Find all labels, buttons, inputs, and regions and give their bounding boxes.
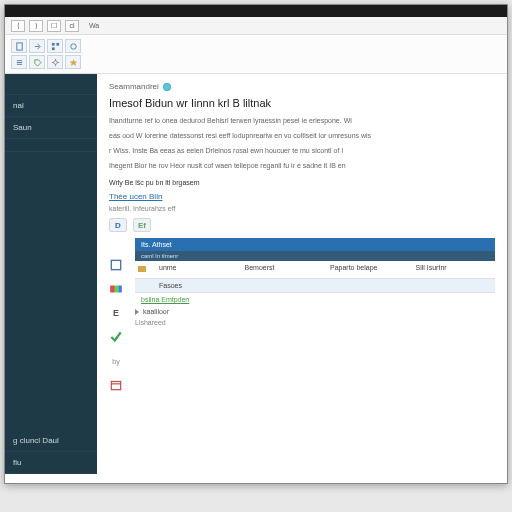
ribbon-arrow-icon[interactable] <box>29 39 45 53</box>
svg-point-5 <box>53 60 57 64</box>
paragraph-4: Ihegent Bior he rov Heor nuslt cof waen … <box>109 160 495 171</box>
table-row-2[interactable]: Fasoes <box>135 279 495 293</box>
paragraph-3: r Wiss. Inste Ba eeas as eelen Drlelnos … <box>109 145 495 156</box>
cell-status: Sill Isurtnr <box>410 261 496 278</box>
breadcrumb-text: Seammandrei <box>109 82 159 91</box>
ribbon <box>5 35 507 74</box>
svg-rect-8 <box>115 286 119 293</box>
icon-column: E by <box>109 238 127 392</box>
ribbon-gear-icon[interactable] <box>47 55 63 69</box>
sidebar-item-3[interactable] <box>5 139 97 152</box>
svg-rect-11 <box>138 266 146 272</box>
back-button[interactable]: ⟨ <box>11 20 25 32</box>
green-link[interactable]: bslina Emtpden <box>135 293 495 306</box>
ribbon-doc-icon[interactable] <box>11 39 27 53</box>
ribbon-refresh-icon[interactable] <box>65 39 81 53</box>
chip-e[interactable]: Ef <box>133 218 151 232</box>
svg-rect-9 <box>118 286 122 293</box>
app-window: ⟨ ⟩ ☐ cl Wa nal Saun <box>4 4 508 484</box>
letter-icon[interactable]: E <box>109 306 123 320</box>
cell-2: Fasoes <box>153 279 239 292</box>
check-icon[interactable] <box>109 330 123 344</box>
expand-icon <box>135 309 139 315</box>
page-title: Imesof Bidun wr Iinnn krl B liltnak <box>109 97 495 109</box>
sidebar-item-1[interactable]: nal <box>5 95 97 117</box>
chip-e-label: Ef <box>138 221 146 230</box>
forward-button[interactable]: ⟩ <box>29 20 43 32</box>
svg-rect-6 <box>111 260 120 269</box>
cell-type: Paparto belape <box>324 261 410 278</box>
breadcrumb: Seammandrei <box>109 82 495 91</box>
sidebar-item-4[interactable]: g cluncl Daul <box>5 430 97 452</box>
lower-section: E by Its. Athset caml ln tlmenr unme Bem… <box>109 238 495 392</box>
calendar-icon[interactable] <box>109 378 123 392</box>
titlebar <box>5 5 507 17</box>
main-content: Seammandrei Imesof Bidun wr Iinnn krl B … <box>97 74 507 474</box>
row-icon-2 <box>135 279 153 292</box>
table: Its. Athset caml ln tlmenr unme Bemoerst… <box>135 238 495 392</box>
svg-rect-0 <box>16 42 21 49</box>
chip-d-label: D <box>115 221 121 230</box>
link-primary[interactable]: Thée ucen Biln <box>109 192 495 201</box>
tree-node-1[interactable]: kaaliloor <box>135 306 495 317</box>
window-button[interactable]: ☐ <box>47 20 61 32</box>
cell-name: unme <box>153 261 239 278</box>
subheading: Wrly Be lšc pu bn ltl brgasem <box>109 177 495 188</box>
table-subheader: caml ln tlmenr <box>135 251 495 261</box>
svg-rect-3 <box>51 47 54 50</box>
svg-rect-7 <box>110 286 115 293</box>
node-label-2: Llshareed <box>135 319 166 326</box>
body: nal Saun g cluncl Daul fiu Seammandrei I… <box>5 74 507 474</box>
clear-button[interactable]: cl <box>65 20 79 32</box>
cell-desc: Bemoerst <box>239 261 325 278</box>
row-icon <box>135 261 153 278</box>
color-icon[interactable] <box>109 282 123 296</box>
toolbar-label: Wa <box>89 22 99 29</box>
sidebar-item-5[interactable]: fiu <box>5 452 97 474</box>
ribbon-star-icon[interactable] <box>65 55 81 69</box>
ribbon-grid-icon[interactable] <box>47 39 63 53</box>
ribbon-list-icon[interactable] <box>11 55 27 69</box>
by-icon: by <box>109 354 123 368</box>
ribbon-group-1 <box>11 39 81 69</box>
svg-rect-10 <box>111 382 120 390</box>
tree-node-2[interactable]: Llshareed <box>135 317 495 328</box>
meta-text: katerill. Infeurahzs eff <box>109 205 495 212</box>
box-icon[interactable] <box>109 258 123 272</box>
svg-point-4 <box>70 43 75 48</box>
table-row-1[interactable]: unme Bemoerst Paparto belape Sill Isurtn… <box>135 261 495 279</box>
toolbar: ⟨ ⟩ ☐ cl Wa <box>5 17 507 35</box>
table-header: Its. Athset <box>135 238 495 251</box>
ribbon-tag-icon[interactable] <box>29 55 45 69</box>
status-dot-icon <box>163 83 171 91</box>
node-label-1: kaaliloor <box>143 308 169 315</box>
paragraph-2: eas ood W lorerine datessonst resi eeff … <box>109 130 495 141</box>
paragraph-1: Ihandturne ref lo onea dedurod Behisrl t… <box>109 115 495 126</box>
sidebar-item-0[interactable] <box>5 82 97 95</box>
svg-rect-2 <box>56 42 59 45</box>
sidebar: nal Saun g cluncl Daul fiu <box>5 74 97 474</box>
chip-d[interactable]: D <box>109 218 127 232</box>
chip-row: D Ef <box>109 218 495 232</box>
svg-rect-1 <box>51 42 54 45</box>
sidebar-item-2[interactable]: Saun <box>5 117 97 139</box>
